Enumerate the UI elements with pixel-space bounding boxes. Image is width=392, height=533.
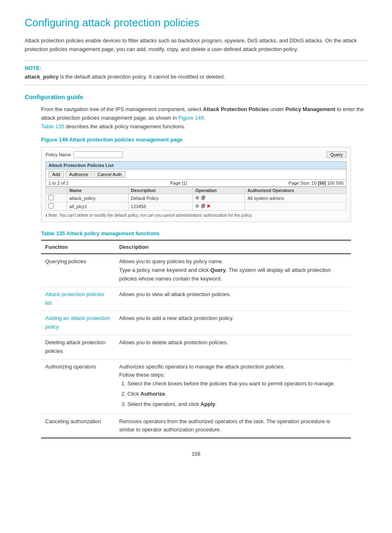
main-table: Function Description Querying policies A… <box>41 240 351 438</box>
adding-attack-protection-link[interactable]: Adding an attack protection policy <box>45 315 110 330</box>
gear-icon[interactable]: ⚙ <box>195 195 199 200</box>
pagination-mid: Page [1] <box>170 181 187 185</box>
table-row: Canceling authorization Removes operator… <box>41 414 351 438</box>
row-auth-1: All system admins <box>245 194 346 202</box>
table135-title: Table 135 Attack policy management funct… <box>25 230 367 236</box>
figure-table: Name Description Operation Authorized Op… <box>46 187 346 211</box>
para2-after: describes the attack policy management f… <box>64 123 185 130</box>
policy-name-label: Policy Name <box>46 152 71 157</box>
row-checkbox-2[interactable] <box>48 203 54 209</box>
info-icon: ℹ <box>46 213 47 218</box>
row-checkbox-1[interactable] <box>48 195 54 200</box>
auth-step-2: Click Authorize. <box>127 390 347 399</box>
desc-deleting: Allows you to delete attack protection p… <box>115 335 351 359</box>
row-name-2: all_plcy1 <box>67 202 128 211</box>
apply-bold: Apply <box>201 401 215 407</box>
auth-steps: Select the check boxes before the polici… <box>119 380 347 408</box>
figure149-link[interactable]: Figure 149 <box>178 115 204 121</box>
table-row: Attack protection policies list Allows y… <box>41 287 351 311</box>
desc-authorizing: Authorizes specific operators to manage … <box>115 359 351 414</box>
section-title-config: Configuration guide <box>25 93 367 100</box>
table-row: Authorizing operators Authorizes specifi… <box>41 359 351 414</box>
col-operation: Operation <box>193 187 245 194</box>
policy-management-bold: Policy Management <box>286 106 335 112</box>
gear-icon-2[interactable]: ⚙ <box>195 204 199 209</box>
page-number: 158 <box>25 451 367 457</box>
func-adding: Adding an attack protection policy <box>41 311 115 335</box>
auth-step-1: Select the check boxes before the polici… <box>127 380 347 388</box>
table-row: all_plcy1 123456 ⚙ 🗐 ✖ <box>46 202 346 211</box>
cancel-auth-button[interactable]: Cancel Auth <box>94 171 125 178</box>
desc-canceling: Removes operators from the authorized op… <box>115 414 351 438</box>
policy-name-input[interactable] <box>74 151 123 158</box>
figure149-title: Figure 149 Attack protection policies ma… <box>25 137 367 143</box>
note-rest: is the default attack protection policy.… <box>58 74 225 80</box>
intro-text: Attack protection policies enable device… <box>25 37 367 54</box>
page-title: Configuring attack protection policies <box>25 16 367 29</box>
query-button[interactable]: Query <box>327 151 346 158</box>
figure149-box: Policy Name Query Attack Protection Poli… <box>41 147 351 222</box>
table-row: Deleting attack protection policies Allo… <box>41 335 351 359</box>
attack-protection-bold: Attack Protection Policies <box>203 106 269 112</box>
authorize-bold: Authorize <box>141 391 165 397</box>
query-bold: Query <box>210 267 226 273</box>
func-canceling: Canceling authorization <box>41 414 115 438</box>
col-authorized: Authorized Operators <box>245 187 346 194</box>
func-querying: Querying policies <box>41 254 115 287</box>
row-desc-2: 123456 <box>128 202 193 211</box>
para1-end: . <box>204 115 205 121</box>
col-description: Description <box>128 187 193 194</box>
desc-querying-line1: Allows you to query policies by policy n… <box>119 257 347 266</box>
note-bold: attack_policy <box>25 74 58 80</box>
table-row: Querying policies Allows you to query po… <box>41 254 351 287</box>
func-list: Attack protection policies list <box>41 287 115 311</box>
figure-btn-row: Add Authorize Cancel Auth <box>46 169 346 180</box>
auth-line2: Follow these steps: <box>119 371 347 380</box>
col-checkbox <box>46 187 67 194</box>
row-name-1: attack_policy <box>67 194 128 202</box>
attack-protection-list-link[interactable]: Attack protection policies list <box>45 291 104 306</box>
para1-before: From the navigation tree of the IPS mana… <box>41 106 203 112</box>
delete-icon-2[interactable]: ✖ <box>207 204 210 209</box>
desc-adding: Allows you to add a new attack protectio… <box>115 311 351 335</box>
desc-list: Allows you to view all attack protection… <box>115 287 351 311</box>
row-op-2: ⚙ 🗐 ✖ <box>193 202 245 211</box>
auth-step-3: Select the operators, and click Apply. <box>127 400 347 409</box>
footnote-text: Note: You can't delete or modify the def… <box>48 213 253 218</box>
auth-line1: Authorizes specific operators to manage … <box>119 363 347 371</box>
note-box: NOTE: attack_policy is the default attac… <box>25 60 367 86</box>
authorize-button[interactable]: Authorize <box>66 171 92 178</box>
config-guide-para: From the navigation tree of the IPS mana… <box>25 105 367 131</box>
row-desc-1: Default Policy <box>128 194 193 202</box>
copy-icon[interactable]: 🗐 <box>201 195 205 200</box>
figure-footnote: ℹ Note: You can't delete or modify the d… <box>46 213 346 218</box>
desc-querying-line2: Type a policy name keyword and click Que… <box>119 266 347 283</box>
table-row: attack_policy Default Policy ⚙ 🗐 All sys… <box>46 194 346 202</box>
row-auth-2 <box>245 202 346 211</box>
pagination-left: 1 to 2 of 2 <box>48 181 69 185</box>
copy-icon-2[interactable]: 🗐 <box>201 204 205 209</box>
list-header: Attack Protection Policies List <box>46 161 346 169</box>
col-description-header: Description <box>115 240 351 254</box>
add-button[interactable]: Add <box>48 171 64 178</box>
figure-pagination: 1 to 2 of 2 Page [1] Page Size: 10 [50] … <box>46 180 346 187</box>
func-deleting: Deleting attack protection policies <box>41 335 115 359</box>
table-row: Adding an attack protection policy Allow… <box>41 311 351 335</box>
row-op-1: ⚙ 🗐 <box>193 194 245 202</box>
col-name: Name <box>67 187 128 194</box>
pagination-right: Page Size: 10 [50] 100 500 <box>288 181 344 185</box>
note-label: NOTE: <box>25 65 367 71</box>
table135-link-inline[interactable]: Table 135 <box>41 123 64 130</box>
col-function-header: Function <box>41 240 115 254</box>
note-content: attack_policy is the default attack prot… <box>25 73 367 81</box>
para1-mid: under <box>269 106 285 112</box>
figure-search-row: Policy Name Query <box>46 151 346 158</box>
desc-querying: Allows you to query policies by policy n… <box>115 254 351 287</box>
func-authorizing: Authorizing operators <box>41 359 115 414</box>
